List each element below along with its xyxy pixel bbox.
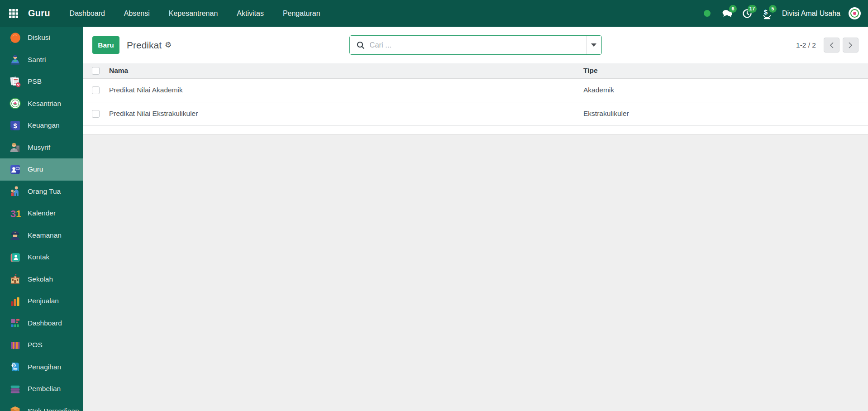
sidebar-item-label: Musyrif (28, 143, 50, 152)
sidebar-item-kesantrian[interactable]: Kesantrian (0, 93, 83, 115)
column-header-nama[interactable]: Nama (102, 63, 583, 78)
sidebar-item-keuangan[interactable]: $ Keuangan (0, 115, 83, 137)
pager-range: 1-2 / 2 (796, 41, 816, 49)
sidebar-item-label: Guru (28, 165, 43, 173)
sidebar-item-label: Stok Persediaan (28, 407, 79, 411)
sidebar-item-label: Keamanan (28, 231, 62, 239)
avatar-emblem-icon (850, 9, 859, 18)
row-checkbox[interactable] (92, 110, 100, 118)
records-list: Nama Tipe Predikat Nilai Akademik Akadem… (83, 63, 868, 126)
systray: 6 17 $ 5 Divisi Amal Usaha (704, 6, 868, 21)
sidebar-item-kontak[interactable]: Kontak (0, 246, 83, 268)
pager: 1-2 / 2 (796, 38, 858, 53)
svg-text:$: $ (13, 122, 17, 129)
sidebar-item-musyrif[interactable]: Musyrif (0, 137, 83, 159)
search-icon (356, 41, 365, 50)
menu-item-aktivitas[interactable]: Aktivitas (227, 0, 273, 27)
pager-previous-button[interactable] (824, 38, 839, 53)
sidebar-item-label: Kontak (28, 253, 49, 261)
musyrif-person-icon (9, 141, 21, 153)
sidebar-item-pembelian[interactable]: Pembelian (0, 378, 83, 400)
sidebar-item-label: Keuangan (28, 121, 60, 129)
current-app-name[interactable]: Guru (28, 8, 50, 19)
sidebar-item-kalender[interactable]: 31 Kalender (0, 202, 83, 225)
menu-item-kepesantrenan[interactable]: Kepesantrenan (159, 0, 228, 27)
row-checkbox[interactable] (92, 86, 100, 94)
presence-dot (704, 10, 711, 17)
apps-grid-icon[interactable] (4, 0, 24, 27)
row-name-cell[interactable]: Predikat Nilai Ekstrakulikuler (102, 102, 583, 125)
sidebar-item-diskusi[interactable]: Diskusi (0, 27, 83, 49)
column-header-tipe[interactable]: Tipe (583, 63, 868, 78)
sidebar-item-label: Orang Tua (28, 187, 61, 196)
keuangan-dollar-icon: $ (9, 119, 21, 132)
menu-item-dashboard[interactable]: Dashboard (60, 0, 114, 27)
activities-badge: 17 (748, 5, 757, 13)
pembelian-layers-icon (9, 383, 21, 395)
user-menu[interactable]: Divisi Amal Usaha (782, 10, 840, 18)
sidebar-item-penjualan[interactable]: Penjualan (0, 290, 83, 312)
orang-tua-family-icon (9, 185, 21, 197)
menu-item-pengaturan[interactable]: Pengaturan (273, 0, 330, 27)
guru-teacher-icon (9, 163, 21, 176)
sidebar-item-sekolah[interactable]: Sekolah (0, 268, 83, 291)
svg-text:$: $ (764, 8, 768, 16)
row-type-cell[interactable]: Ekstrakulikuler (583, 102, 868, 125)
sidebar-item-psb[interactable]: PSB (0, 71, 83, 93)
santri-person-icon (9, 53, 21, 66)
sidebar-item-dashboard[interactable]: Dashboard (0, 312, 83, 335)
sidebar-item-label: Dashboard (28, 319, 62, 327)
kontak-contact-icon (9, 251, 21, 263)
penagihan-invoice-icon: $ (9, 361, 21, 373)
svg-text:1: 1 (16, 208, 21, 220)
svg-text:$: $ (13, 363, 15, 368)
kesantrian-emblem-icon (9, 97, 21, 110)
sales-badge: 5 (769, 5, 777, 13)
sidebar-item-label: Santri (28, 56, 46, 64)
sidebar-item-stok-persediaan[interactable]: Stok Persediaan (0, 400, 83, 411)
sales-money-icon[interactable]: $ 5 (759, 6, 775, 21)
messages-icon[interactable]: 6 (720, 6, 735, 21)
table-row[interactable]: Predikat Nilai Akademik Akademik (83, 78, 868, 102)
top-navbar: Guru Dashboard Absensi Kepesantrenan Akt… (0, 0, 868, 27)
search-bar (349, 35, 602, 55)
sidebar-item-label: Penagihan (28, 363, 61, 371)
page-title: Predikat (127, 40, 162, 51)
psb-documents-icon (9, 76, 21, 88)
activities-clock-icon[interactable]: 17 (739, 6, 755, 21)
sidebar-item-label: Kalender (28, 209, 56, 217)
sidebar-item-penagihan[interactable]: $ Penagihan (0, 356, 83, 378)
app-menu: Dashboard Absensi Kepesantrenan Aktivita… (60, 0, 330, 27)
row-name-cell[interactable]: Predikat Nilai Akademik (102, 78, 583, 102)
row-type-cell[interactable]: Akademik (583, 78, 868, 102)
sidebar-item-santri[interactable]: Santri (0, 49, 83, 71)
list-header-row: Nama Tipe (83, 63, 868, 78)
new-record-button[interactable]: Baru (92, 36, 119, 54)
sidebar-item-orang-tua[interactable]: Orang Tua (0, 181, 83, 203)
select-all-checkbox[interactable] (92, 67, 100, 75)
stok-box-icon (9, 405, 21, 411)
chevron-down-icon (591, 43, 596, 47)
keamanan-officer-icon (9, 229, 21, 241)
sidebar-item-guru[interactable]: Guru (0, 158, 83, 181)
menu-item-absensi[interactable]: Absensi (114, 0, 159, 27)
sidebar-item-pos[interactable]: POS (0, 334, 83, 356)
sidebar-item-keamanan[interactable]: Keamanan (0, 225, 83, 247)
sidebar-item-label: Diskusi (28, 33, 50, 42)
pager-next-button[interactable] (843, 38, 858, 53)
sidebar-item-label: Pembelian (28, 385, 61, 393)
sidebar-item-label: PSB (28, 77, 42, 86)
control-panel: Baru Predikat ⚙ 1-2 / 2 (83, 27, 868, 63)
pos-awning-icon (9, 339, 21, 351)
sidebar-item-label: POS (28, 341, 43, 349)
user-avatar[interactable] (849, 7, 861, 19)
discuss-bubble-icon (9, 32, 21, 44)
search-input[interactable] (370, 36, 586, 54)
settings-gear-icon[interactable]: ⚙ (165, 41, 172, 49)
kalender-31-icon: 31 (9, 207, 21, 220)
svg-text:3: 3 (10, 208, 16, 220)
penjualan-chart-icon (9, 295, 21, 307)
messages-badge: 6 (729, 5, 737, 13)
table-row[interactable]: Predikat Nilai Ekstrakulikuler Ekstrakul… (83, 102, 868, 125)
search-options-toggle[interactable] (586, 36, 601, 54)
